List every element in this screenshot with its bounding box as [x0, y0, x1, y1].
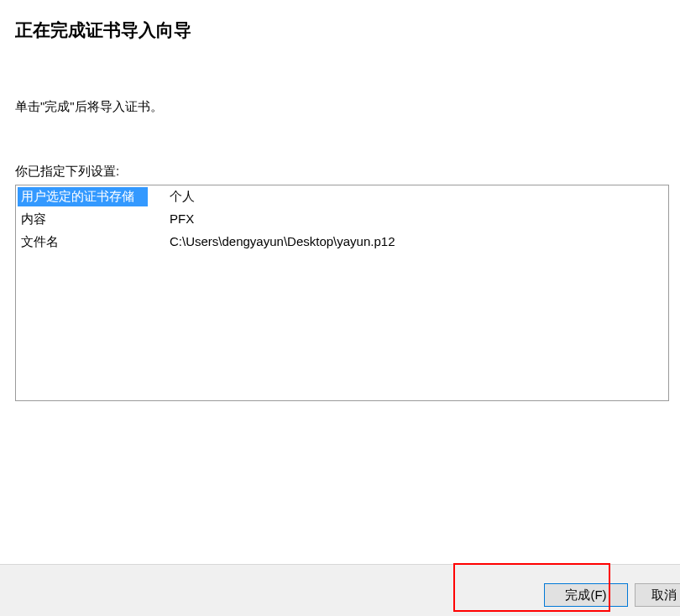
- setting-value-filename: C:\Users\dengyayun\Desktop\yayun.p12: [166, 232, 398, 250]
- table-row[interactable]: 内容 PFX: [16, 208, 668, 231]
- setting-key-content: 内容: [18, 210, 166, 229]
- settings-label: 你已指定下列设置:: [15, 164, 665, 180]
- table-row[interactable]: 文件名 C:\Users\dengyayun\Desktop\yayun.p12: [16, 231, 668, 253]
- settings-listbox[interactable]: 用户选定的证书存储 个人 内容 PFX 文件名 C:\Users\dengyay…: [15, 185, 669, 401]
- wizard-body: 正在完成证书导入向导 单击"完成"后将导入证书。 你已指定下列设置: 用户选定的…: [0, 0, 680, 401]
- finish-button[interactable]: 完成(F): [544, 583, 628, 607]
- button-bar: 完成(F) 取消: [0, 564, 680, 616]
- setting-key-filename: 文件名: [18, 232, 166, 252]
- setting-value-content: PFX: [166, 210, 197, 227]
- instruction-text: 单击"完成"后将导入证书。: [15, 99, 665, 115]
- setting-key-store: 用户选定的证书存储: [18, 187, 148, 206]
- table-row[interactable]: 用户选定的证书存储 个人: [16, 185, 668, 208]
- button-area: 完成(F) 取消: [544, 583, 680, 607]
- cancel-button[interactable]: 取消: [635, 583, 680, 607]
- setting-value-store: 个人: [166, 187, 198, 206]
- wizard-title: 正在完成证书导入向导: [15, 18, 665, 42]
